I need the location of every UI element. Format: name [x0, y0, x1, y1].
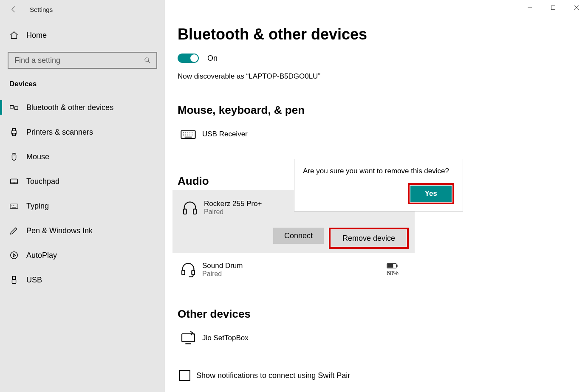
headset-icon — [179, 261, 197, 279]
device-name: Jio SetTopBox — [202, 334, 410, 342]
section-title-mouse: Mouse, keyboard, & pen — [178, 104, 410, 117]
svg-rect-1 — [10, 105, 14, 108]
headphones-icon — [181, 199, 199, 217]
svg-rect-14 — [184, 209, 187, 214]
svg-point-9 — [11, 252, 18, 259]
device-row[interactable]: Jio SetTopBox — [178, 323, 410, 353]
search-input[interactable] — [8, 52, 157, 69]
home-button[interactable]: Home — [0, 25, 165, 45]
svg-rect-21 — [182, 334, 195, 341]
battery-percent: 60% — [387, 270, 399, 276]
search-input-field[interactable] — [14, 56, 144, 65]
search-icon — [144, 56, 151, 64]
svg-point-0 — [145, 58, 149, 62]
settopbox-icon — [179, 329, 197, 347]
bluetooth-toggle[interactable] — [178, 54, 199, 63]
keyboard-device-icon — [179, 125, 197, 143]
device-row[interactable]: Sound Drum Paired 60% — [178, 253, 410, 285]
bluetooth-devices-icon — [9, 103, 19, 112]
sidebar-item-label: Pen & Windows Ink — [26, 226, 93, 235]
usb-icon — [9, 275, 19, 285]
swift-pair-checkbox[interactable] — [179, 370, 190, 381]
page-title: Bluetooth & other devices — [178, 25, 575, 43]
svg-rect-17 — [192, 271, 195, 275]
device-status: Paired — [202, 270, 387, 278]
confirm-yes-button[interactable]: Yes — [410, 186, 452, 202]
sidebar-item-autoplay[interactable]: AutoPlay — [0, 243, 165, 268]
category-header: Devices — [0, 69, 165, 91]
app-title: Settings — [30, 6, 53, 13]
toggle-state-label: On — [207, 54, 218, 63]
svg-rect-16 — [182, 271, 185, 275]
touchpad-icon — [9, 177, 19, 186]
popup-text: Are you sure you want to remove this dev… — [303, 167, 454, 175]
sidebar-item-printers[interactable]: Printers & scanners — [0, 120, 165, 144]
device-row[interactable]: USB Receiver — [178, 119, 410, 149]
device-name: USB Receiver — [202, 130, 410, 138]
home-icon — [9, 31, 19, 40]
sidebar-item-bluetooth[interactable]: Bluetooth & other devices — [0, 95, 165, 120]
mouse-icon — [9, 152, 19, 161]
sidebar: Settings Home Devices Bluetooth & other … — [0, 0, 165, 392]
discoverable-text: Now discoverable as “LAPTOP-B5DGO0LU” — [178, 72, 410, 81]
svg-rect-20 — [388, 264, 393, 268]
highlight-box: Remove device — [329, 228, 409, 249]
home-label: Home — [26, 31, 47, 40]
confirm-remove-popup: Are you sure you want to remove this dev… — [294, 159, 463, 212]
swift-pair-checkbox-row[interactable]: Show notifications to connect using Swif… — [179, 370, 410, 381]
sidebar-item-pen[interactable]: Pen & Windows Ink — [0, 218, 165, 243]
battery-icon — [387, 263, 399, 269]
main-panel: Bluetooth & other devices On Now discove… — [165, 0, 588, 392]
sidebar-item-label: Printers & scanners — [26, 128, 93, 137]
svg-rect-3 — [11, 131, 17, 134]
sidebar-item-usb[interactable]: USB — [0, 268, 165, 292]
titlebar: Settings — [0, 0, 165, 19]
svg-rect-15 — [193, 209, 196, 214]
section-title-other: Other devices — [178, 307, 410, 321]
pen-icon — [9, 226, 19, 235]
back-icon[interactable] — [9, 5, 18, 14]
autoplay-icon — [9, 251, 19, 260]
svg-rect-5 — [12, 133, 15, 136]
svg-rect-10 — [12, 276, 15, 279]
highlight-box: Yes — [408, 183, 454, 204]
sidebar-item-label: Bluetooth & other devices — [26, 103, 113, 112]
swift-pair-label: Show notifications to connect using Swif… — [196, 371, 350, 380]
sidebar-item-typing[interactable]: Typing — [0, 194, 165, 218]
device-battery: 60% — [387, 263, 399, 276]
remove-device-button[interactable]: Remove device — [331, 230, 406, 246]
sidebar-item-label: Typing — [26, 202, 49, 211]
svg-rect-2 — [14, 107, 18, 109]
sidebar-item-label: Touchpad — [26, 177, 59, 186]
sidebar-item-mouse[interactable]: Mouse — [0, 144, 165, 169]
connect-button[interactable]: Connect — [273, 228, 324, 244]
sidebar-item-label: Mouse — [26, 152, 49, 161]
svg-rect-19 — [396, 265, 397, 267]
svg-rect-11 — [12, 279, 16, 283]
sidebar-item-touchpad[interactable]: Touchpad — [0, 169, 165, 194]
svg-rect-8 — [10, 204, 18, 208]
device-name: Sound Drum — [202, 262, 387, 270]
keyboard-icon — [9, 201, 19, 211]
printer-icon — [9, 127, 19, 137]
svg-rect-4 — [12, 129, 15, 131]
sidebar-item-label: USB — [26, 276, 42, 285]
sidebar-item-label: AutoPlay — [26, 251, 57, 260]
